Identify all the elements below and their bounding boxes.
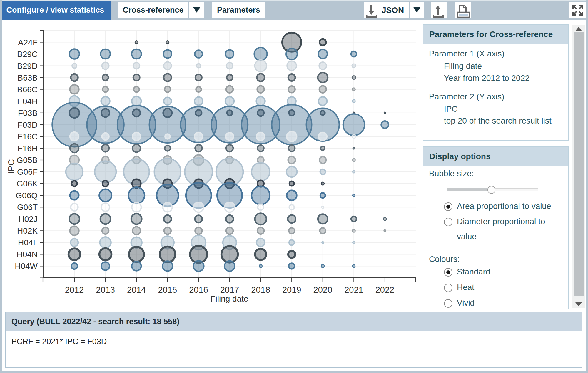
svg-text:2013: 2013: [96, 285, 115, 294]
svg-text:H02J: H02J: [19, 214, 38, 224]
svg-text:2017: 2017: [220, 285, 239, 294]
svg-text:G06K: G06K: [16, 179, 38, 188]
svg-text:G05B: G05B: [16, 156, 38, 165]
svg-text:2014: 2014: [127, 285, 146, 294]
svg-text:2016: 2016: [189, 285, 208, 294]
svg-text:E04H: E04H: [17, 97, 38, 106]
svg-text:A24F: A24F: [18, 38, 38, 47]
svg-text:G06Q: G06Q: [16, 191, 38, 200]
svg-text:2015: 2015: [158, 285, 177, 294]
svg-text:B29C: B29C: [17, 50, 38, 59]
svg-text:H04W: H04W: [15, 262, 38, 271]
svg-text:2022: 2022: [375, 285, 395, 294]
svg-text:H04N: H04N: [16, 250, 38, 259]
svg-text:F16C: F16C: [18, 132, 38, 141]
svg-text:F03D: F03D: [18, 120, 38, 129]
svg-text:2019: 2019: [282, 285, 301, 294]
svg-text:2018: 2018: [251, 285, 270, 294]
svg-text:F16H: F16H: [18, 144, 38, 153]
svg-text:G06F: G06F: [17, 167, 38, 176]
svg-text:G06T: G06T: [17, 203, 38, 212]
svg-text:IPC: IPC: [6, 159, 16, 174]
svg-text:2020: 2020: [313, 285, 333, 294]
svg-text:B63B: B63B: [18, 73, 38, 82]
svg-text:B29D: B29D: [17, 61, 38, 71]
svg-text:2012: 2012: [65, 285, 84, 294]
svg-text:B66C: B66C: [17, 85, 38, 94]
svg-text:H04L: H04L: [18, 238, 38, 247]
svg-text:H02K: H02K: [17, 226, 38, 235]
svg-text:2021: 2021: [344, 285, 363, 294]
svg-text:Filing date: Filing date: [210, 294, 248, 303]
svg-text:F03B: F03B: [18, 109, 38, 118]
